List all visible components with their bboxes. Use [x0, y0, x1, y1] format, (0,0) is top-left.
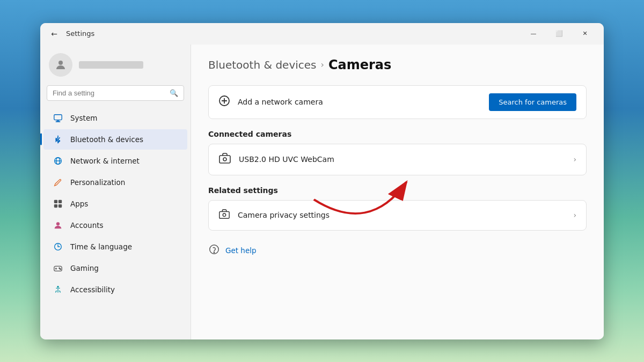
svg-rect-3: [56, 121, 61, 122]
svg-rect-1: [54, 114, 62, 120]
sidebar-item-time[interactable]: Time & language: [43, 237, 187, 257]
user-name-placeholder: [79, 61, 143, 69]
close-button[interactable]: ✕: [573, 25, 597, 42]
sidebar-label-time: Time & language: [70, 242, 132, 251]
connected-cameras-list: USB2.0 HD UVC WebCam ›: [208, 144, 587, 175]
main-content: Bluetooth & devices › Cameras Add a netw…: [191, 45, 604, 339]
related-settings-list: Camera privacy settings ›: [208, 200, 587, 231]
get-help-row: Get help: [208, 241, 587, 260]
minimize-button[interactable]: —: [521, 25, 546, 42]
camera-chevron-icon: ›: [573, 155, 576, 164]
personalization-icon: [52, 176, 64, 188]
get-help-link[interactable]: Get help: [225, 246, 257, 255]
camera-name: USB2.0 HD UVC WebCam: [239, 155, 566, 164]
window-controls: — ⬜ ✕: [521, 25, 597, 42]
connected-cameras-title: Connected cameras: [208, 130, 587, 138]
maximize-button[interactable]: ⬜: [547, 25, 572, 42]
system-icon: [52, 112, 64, 124]
settings-window: ← Settings — ⬜ ✕ 🔍: [40, 23, 604, 339]
breadcrumb-separator: ›: [321, 60, 324, 70]
accessibility-icon: [52, 284, 64, 295]
sidebar-item-accounts[interactable]: Accounts: [43, 215, 187, 235]
apps-icon: [52, 198, 64, 210]
breadcrumb-parent[interactable]: Bluetooth & devices: [208, 58, 317, 71]
related-settings-title: Related settings: [208, 186, 587, 195]
sidebar-label-accessibility: Accessibility: [70, 285, 115, 294]
titlebar: ← Settings — ⬜ ✕: [40, 23, 604, 45]
add-camera-label: Add a network camera: [238, 98, 481, 106]
svg-rect-7: [54, 200, 57, 203]
search-icon: 🔍: [170, 89, 178, 97]
time-icon: [52, 241, 64, 253]
sidebar-label-network: Network & internet: [70, 157, 140, 165]
sidebar-label-personalization: Personalization: [70, 178, 125, 187]
network-icon: [52, 155, 64, 167]
svg-rect-9: [54, 204, 57, 207]
camera-item[interactable]: USB2.0 HD UVC WebCam ›: [209, 144, 586, 175]
sidebar-item-gaming[interactable]: Gaming: [43, 258, 187, 278]
svg-rect-10: [58, 204, 62, 207]
svg-rect-22: [219, 156, 230, 163]
svg-rect-8: [58, 200, 62, 203]
content-area: 🔍 System Bluetooth & devices Network: [40, 45, 604, 339]
sidebar-item-accessibility[interactable]: Accessibility: [43, 279, 187, 300]
sidebar-label-system: System: [70, 114, 97, 122]
sidebar-label-accounts: Accounts: [70, 221, 104, 230]
sidebar-label-apps: Apps: [70, 200, 88, 208]
sidebar-label-bluetooth: Bluetooth & devices: [70, 135, 143, 144]
search-cameras-button[interactable]: Search for cameras: [489, 93, 576, 111]
breadcrumb: Bluetooth & devices › Cameras: [208, 57, 587, 72]
camera-privacy-chevron-icon: ›: [573, 211, 576, 219]
svg-rect-2: [56, 120, 59, 121]
accounts-icon: [52, 219, 64, 231]
sidebar: 🔍 System Bluetooth & devices Network: [40, 45, 191, 339]
back-button[interactable]: ←: [47, 26, 62, 41]
svg-rect-24: [219, 211, 229, 218]
camera-device-icon: [218, 152, 231, 167]
breadcrumb-current: Cameras: [328, 57, 391, 72]
sidebar-label-gaming: Gaming: [70, 264, 99, 272]
svg-point-0: [58, 61, 63, 65]
sidebar-item-network[interactable]: Network & internet: [43, 151, 187, 171]
titlebar-title: Settings: [66, 29, 94, 38]
sidebar-item-system[interactable]: System: [43, 108, 187, 128]
camera-privacy-label: Camera privacy settings: [238, 211, 566, 219]
svg-point-27: [214, 252, 214, 252]
camera-privacy-item[interactable]: Camera privacy settings ›: [209, 201, 586, 230]
bluetooth-icon: [52, 134, 64, 145]
add-camera-row: Add a network camera Search for cameras: [208, 85, 587, 119]
svg-point-16: [59, 268, 60, 269]
gaming-icon: [52, 262, 64, 274]
svg-point-18: [57, 285, 58, 287]
camera-privacy-icon: [218, 208, 230, 223]
svg-point-17: [60, 268, 61, 269]
search-input[interactable]: [53, 89, 165, 97]
get-help-icon: [208, 243, 220, 258]
related-settings-section: Related settings Camera privacy settings…: [208, 186, 587, 231]
sidebar-item-bluetooth[interactable]: Bluetooth & devices: [43, 129, 187, 150]
avatar: [49, 53, 72, 77]
user-profile-area: [40, 49, 191, 85]
sidebar-item-apps[interactable]: Apps: [43, 194, 187, 214]
svg-point-11: [56, 222, 60, 225]
svg-point-23: [223, 158, 226, 161]
search-box[interactable]: 🔍: [47, 85, 184, 101]
main-wrapper: Bluetooth & devices › Cameras Add a netw…: [191, 45, 604, 339]
svg-point-25: [223, 213, 226, 217]
add-camera-icon: [218, 95, 230, 109]
sidebar-item-personalization[interactable]: Personalization: [43, 172, 187, 193]
